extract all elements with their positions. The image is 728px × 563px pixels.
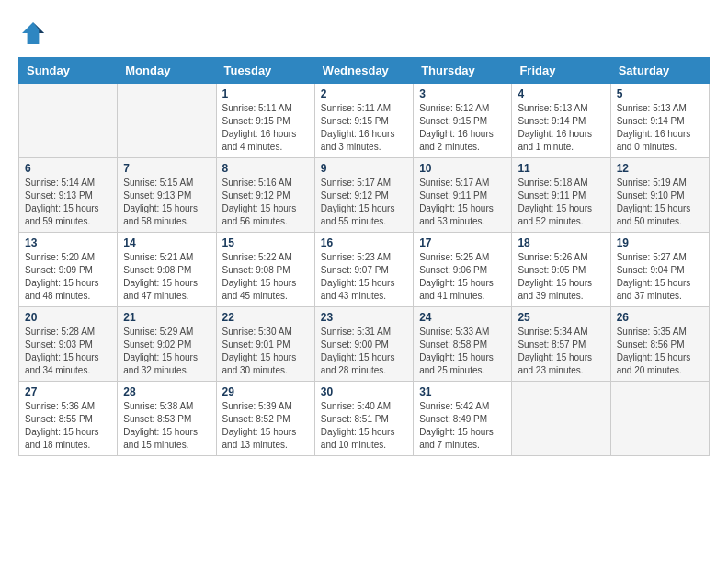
calendar-cell [118,84,216,158]
day-info: Sunrise: 5:42 AM Sunset: 8:49 PM Dayligh… [419,400,506,452]
day-info: Sunrise: 5:23 AM Sunset: 9:07 PM Dayligh… [321,251,407,303]
calendar-cell: 23Sunrise: 5:31 AM Sunset: 9:00 PM Dayli… [314,307,413,382]
day-number: 19 [617,236,703,249]
calendar-cell: 15Sunrise: 5:22 AM Sunset: 9:08 PM Dayli… [216,233,314,307]
calendar-cell: 26Sunrise: 5:35 AM Sunset: 8:56 PM Dayli… [610,307,709,382]
calendar-cell: 7Sunrise: 5:15 AM Sunset: 9:13 PM Daylig… [118,158,216,233]
day-number: 27 [25,385,111,398]
day-number: 16 [321,236,407,249]
day-number: 17 [419,236,506,249]
calendar-cell: 25Sunrise: 5:34 AM Sunset: 8:57 PM Dayli… [512,307,610,382]
day-info: Sunrise: 5:13 AM Sunset: 9:14 PM Dayligh… [518,102,604,154]
day-number: 20 [25,311,111,324]
calendar-cell: 2Sunrise: 5:11 AM Sunset: 9:15 PM Daylig… [314,84,413,158]
calendar-cell: 19Sunrise: 5:27 AM Sunset: 9:04 PM Dayli… [610,233,709,307]
day-info: Sunrise: 5:31 AM Sunset: 9:00 PM Dayligh… [321,326,407,377]
day-info: Sunrise: 5:16 AM Sunset: 9:12 PM Dayligh… [222,177,309,228]
day-header-wednesday: Wednesday [314,58,413,84]
day-header-monday: Monday [118,58,216,84]
day-info: Sunrise: 5:13 AM Sunset: 9:14 PM Dayligh… [617,102,703,154]
day-header-thursday: Thursday [414,58,512,84]
calendar-cell: 30Sunrise: 5:40 AM Sunset: 8:51 PM Dayli… [314,382,413,456]
day-info: Sunrise: 5:38 AM Sunset: 8:53 PM Dayligh… [123,400,210,452]
day-header-saturday: Saturday [610,58,709,84]
day-number: 24 [419,311,506,324]
day-info: Sunrise: 5:15 AM Sunset: 9:13 PM Dayligh… [123,177,210,228]
day-number: 25 [518,311,604,324]
day-info: Sunrise: 5:25 AM Sunset: 9:06 PM Dayligh… [419,251,506,303]
calendar-cell: 24Sunrise: 5:33 AM Sunset: 8:58 PM Dayli… [414,307,512,382]
day-number: 31 [419,385,506,398]
day-info: Sunrise: 5:17 AM Sunset: 9:12 PM Dayligh… [321,177,407,228]
day-info: Sunrise: 5:40 AM Sunset: 8:51 PM Dayligh… [321,400,407,452]
week-row-5: 27Sunrise: 5:36 AM Sunset: 8:55 PM Dayli… [19,382,710,456]
calendar-cell: 29Sunrise: 5:39 AM Sunset: 8:52 PM Dayli… [216,382,314,456]
calendar-cell: 13Sunrise: 5:20 AM Sunset: 9:09 PM Dayli… [19,233,118,307]
day-info: Sunrise: 5:30 AM Sunset: 9:01 PM Dayligh… [222,326,309,377]
day-header-tuesday: Tuesday [216,58,314,84]
day-info: Sunrise: 5:11 AM Sunset: 9:15 PM Dayligh… [222,102,309,154]
day-info: Sunrise: 5:27 AM Sunset: 9:04 PM Dayligh… [617,251,703,303]
logo [18,18,51,48]
calendar-cell: 1Sunrise: 5:11 AM Sunset: 9:15 PM Daylig… [216,84,314,158]
day-info: Sunrise: 5:14 AM Sunset: 9:13 PM Dayligh… [25,177,111,228]
header [18,18,710,48]
week-row-3: 13Sunrise: 5:20 AM Sunset: 9:09 PM Dayli… [19,233,710,307]
calendar-cell: 18Sunrise: 5:26 AM Sunset: 9:05 PM Dayli… [512,233,610,307]
day-info: Sunrise: 5:26 AM Sunset: 9:05 PM Dayligh… [518,251,604,303]
calendar-cell: 5Sunrise: 5:13 AM Sunset: 9:14 PM Daylig… [610,84,709,158]
day-info: Sunrise: 5:33 AM Sunset: 8:58 PM Dayligh… [419,326,506,377]
calendar-cell: 20Sunrise: 5:28 AM Sunset: 9:03 PM Dayli… [19,307,118,382]
day-number: 6 [25,162,111,175]
day-number: 12 [617,162,703,175]
day-info: Sunrise: 5:21 AM Sunset: 9:08 PM Dayligh… [123,251,210,303]
day-info: Sunrise: 5:18 AM Sunset: 9:11 PM Dayligh… [518,177,604,228]
day-header-sunday: Sunday [19,58,118,84]
calendar-cell: 22Sunrise: 5:30 AM Sunset: 9:01 PM Dayli… [216,307,314,382]
day-info: Sunrise: 5:39 AM Sunset: 8:52 PM Dayligh… [222,400,309,452]
day-number: 30 [321,385,407,398]
day-info: Sunrise: 5:12 AM Sunset: 9:15 PM Dayligh… [419,102,506,154]
day-number: 28 [123,385,210,398]
day-info: Sunrise: 5:19 AM Sunset: 9:10 PM Dayligh… [617,177,703,228]
week-row-2: 6Sunrise: 5:14 AM Sunset: 9:13 PM Daylig… [19,158,710,233]
calendar-cell: 8Sunrise: 5:16 AM Sunset: 9:12 PM Daylig… [216,158,314,233]
day-header-friday: Friday [512,58,610,84]
calendar-cell: 4Sunrise: 5:13 AM Sunset: 9:14 PM Daylig… [512,84,610,158]
day-info: Sunrise: 5:11 AM Sunset: 9:15 PM Dayligh… [321,102,407,154]
calendar-cell: 17Sunrise: 5:25 AM Sunset: 9:06 PM Dayli… [414,233,512,307]
calendar-header-row: SundayMondayTuesdayWednesdayThursdayFrid… [19,58,710,84]
calendar-cell: 14Sunrise: 5:21 AM Sunset: 9:08 PM Dayli… [118,233,216,307]
day-number: 10 [419,162,506,175]
day-info: Sunrise: 5:20 AM Sunset: 9:09 PM Dayligh… [25,251,111,303]
calendar: SundayMondayTuesdayWednesdayThursdayFrid… [18,57,710,456]
day-number: 18 [518,236,604,249]
day-number: 29 [222,385,309,398]
day-number: 2 [321,87,407,100]
day-info: Sunrise: 5:28 AM Sunset: 9:03 PM Dayligh… [25,326,111,377]
calendar-cell: 28Sunrise: 5:38 AM Sunset: 8:53 PM Dayli… [118,382,216,456]
day-number: 11 [518,162,604,175]
day-info: Sunrise: 5:34 AM Sunset: 8:57 PM Dayligh… [518,326,604,377]
calendar-cell: 10Sunrise: 5:17 AM Sunset: 9:11 PM Dayli… [414,158,512,233]
day-number: 13 [25,236,111,249]
day-number: 3 [419,87,506,100]
calendar-cell: 11Sunrise: 5:18 AM Sunset: 9:11 PM Dayli… [512,158,610,233]
day-info: Sunrise: 5:36 AM Sunset: 8:55 PM Dayligh… [25,400,111,452]
day-info: Sunrise: 5:29 AM Sunset: 9:02 PM Dayligh… [123,326,210,377]
day-number: 14 [123,236,210,249]
day-info: Sunrise: 5:35 AM Sunset: 8:56 PM Dayligh… [617,326,703,377]
calendar-cell: 31Sunrise: 5:42 AM Sunset: 8:49 PM Dayli… [414,382,512,456]
calendar-cell: 12Sunrise: 5:19 AM Sunset: 9:10 PM Dayli… [610,158,709,233]
day-number: 5 [617,87,703,100]
week-row-1: 1Sunrise: 5:11 AM Sunset: 9:15 PM Daylig… [19,84,710,158]
calendar-cell: 16Sunrise: 5:23 AM Sunset: 9:07 PM Dayli… [314,233,413,307]
day-info: Sunrise: 5:17 AM Sunset: 9:11 PM Dayligh… [419,177,506,228]
day-number: 8 [222,162,309,175]
calendar-cell: 3Sunrise: 5:12 AM Sunset: 9:15 PM Daylig… [414,84,512,158]
calendar-cell [19,84,118,158]
day-number: 21 [123,311,210,324]
calendar-cell [512,382,610,456]
day-number: 22 [222,311,309,324]
day-number: 15 [222,236,309,249]
